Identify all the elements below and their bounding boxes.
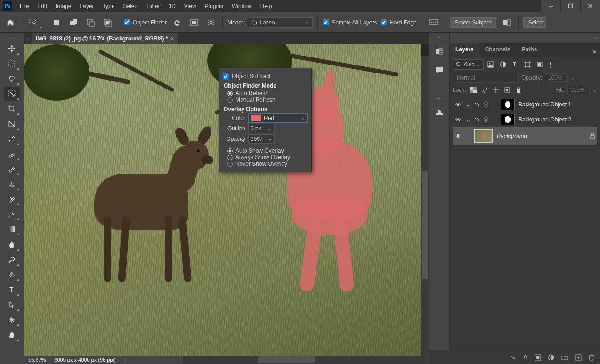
- brush-tool[interactable]: [4, 162, 20, 176]
- shape-tool[interactable]: [4, 313, 20, 327]
- pen-tool[interactable]: [4, 267, 20, 282]
- layer-background[interactable]: 👁 Background: [453, 127, 597, 145]
- clone-stamp-tool[interactable]: [4, 177, 20, 191]
- object-finder-check-input[interactable]: [124, 19, 130, 25]
- refresh-icon[interactable]: [170, 16, 184, 29]
- type-tool[interactable]: T: [4, 283, 20, 297]
- layer-name[interactable]: Background: [497, 133, 527, 139]
- overlay-opacity-select[interactable]: 65%: [248, 134, 275, 144]
- layer-opacity-value[interactable]: 100%: [545, 73, 568, 82]
- blend-mode-select[interactable]: Normal: [453, 73, 519, 83]
- new-group-icon[interactable]: [561, 354, 568, 361]
- auto-refresh-radio[interactable]: Auto Refresh: [227, 90, 308, 97]
- menu-layer[interactable]: Layer: [76, 1, 97, 11]
- filter-smart-icon[interactable]: [536, 61, 544, 68]
- gradient-tool[interactable]: [4, 222, 20, 236]
- layer-thumbnail[interactable]: [474, 129, 493, 143]
- layer-mask-thumb[interactable]: [501, 99, 515, 110]
- home-icon[interactable]: [4, 16, 17, 29]
- tab-paths[interactable]: Paths: [516, 43, 543, 57]
- select-subject-button[interactable]: Select Subject: [450, 17, 496, 28]
- layer-style-icon[interactable]: fx: [524, 354, 528, 361]
- document-close-icon[interactable]: ×: [170, 35, 174, 42]
- status-more-icon[interactable]: 〉: [124, 356, 130, 364]
- blur-tool[interactable]: [4, 237, 20, 251]
- opacity-dropdown-icon[interactable]: ⌄: [570, 74, 575, 81]
- horizontal-scroll-thumb[interactable]: [258, 356, 315, 363]
- layer-filter-kind[interactable]: Kind: [453, 59, 484, 70]
- link-layers-icon[interactable]: [510, 354, 517, 361]
- menu-image[interactable]: Image: [52, 1, 75, 11]
- visibility-toggle-icon[interactable]: 👁: [454, 101, 462, 108]
- zoom-level[interactable]: 16.67%: [28, 357, 46, 363]
- visibility-toggle-icon[interactable]: 👁: [454, 116, 462, 123]
- hard-edge-input[interactable]: [381, 19, 387, 25]
- adjustment-layer-icon[interactable]: [548, 354, 554, 361]
- visibility-toggle-icon[interactable]: 👁: [454, 133, 462, 139]
- sample-all-layers-checkbox[interactable]: Sample All Layers: [323, 19, 377, 26]
- new-layer-icon[interactable]: [575, 354, 582, 361]
- panel-grip-icon[interactable]: ······: [436, 96, 443, 101]
- menu-filter[interactable]: Filter: [144, 1, 164, 11]
- object-selection-tool[interactable]: [4, 87, 20, 101]
- overlay-outline-select[interactable]: 0 px: [248, 124, 275, 133]
- object-subtract-input[interactable]: [223, 73, 229, 80]
- show-all-objects-icon[interactable]: [187, 16, 201, 29]
- layer-fill-value[interactable]: 100%: [567, 86, 590, 94]
- sample-all-layers-input[interactable]: [323, 19, 329, 25]
- history-brush-tool[interactable]: [4, 192, 20, 206]
- subtract-from-selection-icon[interactable]: [84, 16, 97, 29]
- overlay-color-select[interactable]: Red: [248, 113, 308, 123]
- crop-tool[interactable]: [4, 102, 20, 116]
- filter-type-icon[interactable]: T: [512, 61, 519, 68]
- menu-edit[interactable]: Edit: [33, 1, 51, 11]
- fill-dropdown-icon[interactable]: ⌄: [592, 87, 597, 93]
- settings-gear-icon[interactable]: [204, 16, 218, 29]
- eyedropper-tool[interactable]: [4, 132, 20, 146]
- disclosure-icon[interactable]: ⌄: [466, 116, 470, 123]
- vertical-scrollbar[interactable]: [421, 56, 429, 356]
- tools-grip-icon[interactable]: ›› ‹‹: [7, 36, 16, 40]
- tool-preset-icon[interactable]: ⌄: [27, 16, 40, 29]
- filter-pixel-icon[interactable]: [487, 61, 495, 68]
- delete-layer-icon[interactable]: [588, 354, 594, 361]
- always-show-overlay-radio[interactable]: Always Show Overlay: [227, 154, 308, 161]
- panel-collapse-icon[interactable]: ››: [450, 33, 600, 43]
- hard-edge-checkbox[interactable]: Hard Edge: [381, 19, 416, 26]
- lock-position-icon[interactable]: [492, 86, 500, 94]
- feedback-icon[interactable]: [427, 16, 440, 29]
- layer-mask-icon[interactable]: [535, 354, 541, 361]
- menu-file[interactable]: File: [16, 1, 32, 11]
- lock-artboard-icon[interactable]: [503, 86, 511, 94]
- menu-help[interactable]: Help: [257, 1, 276, 11]
- menu-plugins[interactable]: Plugins: [201, 1, 227, 11]
- hand-tool[interactable]: [4, 328, 20, 342]
- horizontal-scrollbar[interactable]: [183, 356, 429, 364]
- select-subject-mode-icon[interactable]: [500, 16, 513, 29]
- filter-shape-icon[interactable]: [524, 61, 532, 68]
- auto-show-overlay-radio[interactable]: Auto Show Overlay: [227, 147, 308, 154]
- layer-group-2[interactable]: 👁 ⌄ 🗀 Background Object 2: [453, 112, 597, 127]
- new-selection-icon[interactable]: [50, 16, 63, 29]
- lock-all-icon[interactable]: [514, 86, 523, 94]
- menu-select[interactable]: Select: [119, 1, 142, 11]
- manual-refresh-radio[interactable]: Manual Refresh: [227, 97, 308, 103]
- object-finder-checkbox[interactable]: Object Finder: [124, 19, 167, 26]
- layer-group-1[interactable]: 👁 ⌄ 🗀 Background Object 1: [453, 97, 597, 112]
- doc-dimensions[interactable]: 6000 px x 4000 px (96 ppi): [54, 357, 115, 363]
- menu-view[interactable]: View: [180, 1, 200, 11]
- minimize-button[interactable]: [541, 0, 560, 12]
- menu-type[interactable]: Type: [98, 1, 118, 11]
- vertical-scroll-thumb[interactable]: [422, 171, 428, 279]
- move-tool[interactable]: [4, 41, 20, 56]
- eraser-tool[interactable]: [4, 207, 20, 221]
- intersect-selection-icon[interactable]: [101, 16, 114, 29]
- mode-dropdown[interactable]: Lasso: [247, 17, 313, 28]
- layer-mask-thumb[interactable]: [501, 114, 515, 125]
- color-panel-icon[interactable]: [431, 44, 447, 58]
- never-show-overlay-radio[interactable]: Never Show Overlay: [227, 161, 308, 167]
- disclosure-icon[interactable]: ⌄: [466, 101, 470, 108]
- lock-icon[interactable]: [590, 133, 595, 139]
- add-to-selection-icon[interactable]: [67, 16, 80, 29]
- dodge-tool[interactable]: [4, 252, 20, 267]
